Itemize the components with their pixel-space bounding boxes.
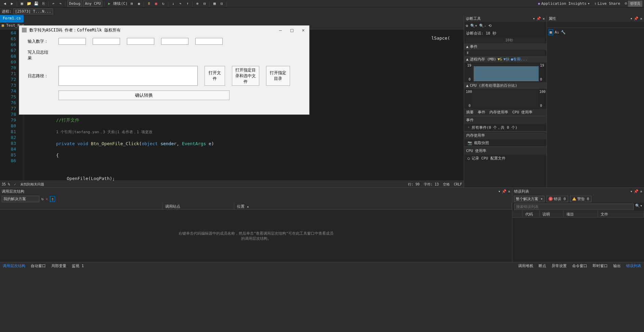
memory-header[interactable]: ▲ 进程内存 (MB) ▼G ▼快 ●专用...: [464, 56, 547, 63]
tool-icon-1[interactable]: ⊞: [129, 1, 135, 7]
continue-icon[interactable]: ▶: [106, 1, 112, 7]
tool-icon-3[interactable]: ⊕: [194, 1, 200, 7]
pause-icon[interactable]: ⏸: [146, 1, 152, 7]
redo-icon[interactable]: ↷: [57, 1, 64, 7]
issues-status[interactable]: 未找到相关问题: [20, 182, 44, 187]
snapshot-item[interactable]: 📷 截取快照: [464, 139, 547, 147]
alphabetical-icon[interactable]: A↓: [555, 30, 559, 34]
maximize-button[interactable]: □: [289, 27, 295, 33]
open-dir-select-button[interactable]: 打开指定目录和选中文件: [232, 66, 259, 86]
tab-summary[interactable]: 摘要: [464, 109, 476, 116]
zoom-out-icon[interactable]: 🔍-: [479, 24, 486, 28]
close-panel-icon[interactable]: ✕: [508, 189, 510, 194]
tab-cpu[interactable]: CPU 使用率: [510, 109, 535, 116]
tab-memory[interactable]: 内存使用率: [487, 109, 510, 116]
close-panel-icon[interactable]: ✕: [542, 16, 545, 21]
close-panel-icon[interactable]: ✕: [640, 16, 642, 21]
num-input-1[interactable]: [58, 38, 86, 45]
live-share-button[interactable]: ⇪ Live Share: [594, 1, 620, 6]
process-dropdown[interactable]: [25973] T...N...: [13, 9, 53, 14]
pin-icon[interactable]: 📌: [502, 189, 507, 194]
tool-icon-2[interactable]: ◉: [136, 1, 142, 7]
dropdown-icon[interactable]: ▾: [630, 189, 633, 194]
col-code[interactable]: 代码: [523, 211, 540, 217]
save-all-icon[interactable]: ⎘: [40, 1, 47, 7]
reset-icon[interactable]: ⟲: [488, 24, 491, 28]
new-icon[interactable]: ▦: [19, 1, 25, 7]
scope-dropdown[interactable]: 整个解决方案 ▾: [514, 196, 544, 202]
col-file[interactable]: 文件: [598, 211, 644, 217]
path-input[interactable]: [58, 66, 198, 86]
step-into-icon[interactable]: ↓: [170, 1, 176, 7]
num-input-5[interactable]: [195, 38, 223, 45]
restart-icon[interactable]: ↻: [160, 1, 166, 7]
categorized-icon[interactable]: ▦: [549, 29, 553, 35]
gear-icon[interactable]: ⚙: [466, 24, 468, 28]
tool-icon-4[interactable]: ⊟: [201, 1, 208, 7]
close-panel-icon[interactable]: ✕: [640, 189, 642, 194]
file-tab[interactable]: Form1.cs: [0, 15, 24, 23]
feedback-icon[interactable]: ☺: [625, 1, 627, 6]
btab-r-err[interactable]: 错误列表: [623, 262, 644, 269]
errors-filter[interactable]: ✕ 错误 0: [547, 196, 568, 202]
btab-r-exc[interactable]: 异常设置: [549, 262, 569, 269]
tool-icon-5[interactable]: ▦: [211, 1, 218, 7]
delete-icon[interactable]: ✕: [46, 197, 48, 201]
col-site[interactable]: 调用站点: [162, 203, 234, 209]
col-desc[interactable]: 说明: [540, 211, 564, 217]
pin-icon[interactable]: 📌: [634, 189, 639, 194]
minimize-button[interactable]: —: [277, 27, 284, 33]
step-out-icon[interactable]: ↑: [184, 1, 190, 7]
btab-r-cmd[interactable]: 命令窗口: [569, 262, 590, 269]
dialog-titlebar[interactable]: 数字转为ASCII码 作者：CoffeeMilk 版权所有 — □ ✕: [19, 26, 309, 34]
pin-icon[interactable]: 📌: [536, 16, 541, 21]
search-icon[interactable]: 🔍▾: [635, 204, 642, 210]
confirm-button[interactable]: 确认转换: [58, 91, 229, 100]
zoom-in-icon[interactable]: 🔍+: [470, 24, 477, 28]
step-over-icon[interactable]: ↷: [177, 1, 183, 7]
refresh-icon[interactable]: ↻: [41, 197, 44, 201]
btab-r-imm[interactable]: 即时窗口: [590, 262, 610, 269]
btab-auto[interactable]: 自动窗口: [28, 262, 49, 269]
close-button[interactable]: ✕: [300, 27, 306, 33]
all-events-item[interactable]: ◦ 所有事件(0 个，共 0 个): [464, 124, 547, 131]
tool-icon-6[interactable]: ⊡: [219, 1, 225, 7]
open-dir-button[interactable]: 打开指定目录: [266, 66, 290, 86]
num-input-2[interactable]: [93, 38, 120, 45]
events-header[interactable]: ▲ 事件: [464, 43, 547, 50]
zoom-level[interactable]: 35 %: [2, 182, 10, 186]
num-input-3[interactable]: [127, 38, 154, 45]
open-file-button[interactable]: 打开文件: [205, 66, 225, 86]
continue-button[interactable]: 继续(C): [113, 1, 128, 6]
cpu-header[interactable]: ▲ CPU (所有处理器的百分比): [464, 82, 547, 89]
save-icon[interactable]: 💾: [33, 1, 39, 7]
timeline[interactable]: 10秒: [466, 37, 545, 43]
btab-locals[interactable]: 局部变量: [49, 262, 69, 269]
platform-dropdown[interactable]: Any CPU: [83, 1, 102, 6]
tab-events[interactable]: 事件: [476, 109, 487, 116]
undo-icon[interactable]: ↶: [50, 1, 56, 7]
open-icon[interactable]: 📁: [26, 1, 32, 7]
btab-r-stack[interactable]: 调用堆栈: [515, 262, 536, 269]
solution-dropdown[interactable]: 我的解决方案: [2, 196, 39, 202]
btab-watch[interactable]: 监视 1: [69, 262, 87, 269]
col-proj[interactable]: 项目: [564, 211, 598, 217]
num-input-4[interactable]: [161, 38, 188, 45]
error-search-input[interactable]: [514, 204, 634, 210]
app-insights-button[interactable]: ◆ Application Insights ▾: [538, 1, 590, 6]
dropdown-icon[interactable]: ▾: [533, 16, 535, 21]
btab-callstack[interactable]: 调用层次结构: [0, 262, 28, 269]
btab-r-out[interactable]: 输出: [610, 262, 623, 269]
pin-icon[interactable]: 📌: [634, 16, 639, 21]
nav-fwd-icon[interactable]: ▶: [9, 1, 15, 7]
nav-back-icon[interactable]: ◀: [2, 1, 8, 7]
props-search-icon[interactable]: 🔧: [561, 30, 566, 34]
toggle-icon[interactable]: ▯: [50, 196, 55, 202]
config-dropdown[interactable]: Debug: [67, 1, 82, 6]
col-pos[interactable]: 位置 ▴: [234, 203, 512, 209]
btab-r-bp[interactable]: 断点: [536, 262, 549, 269]
dropdown-icon[interactable]: ▾: [498, 189, 501, 194]
dropdown-icon[interactable]: ▾: [630, 16, 633, 21]
cpu-record-item[interactable]: ○ 记录 CPU 配置文件: [464, 155, 547, 162]
stop-icon[interactable]: ■: [153, 1, 159, 7]
